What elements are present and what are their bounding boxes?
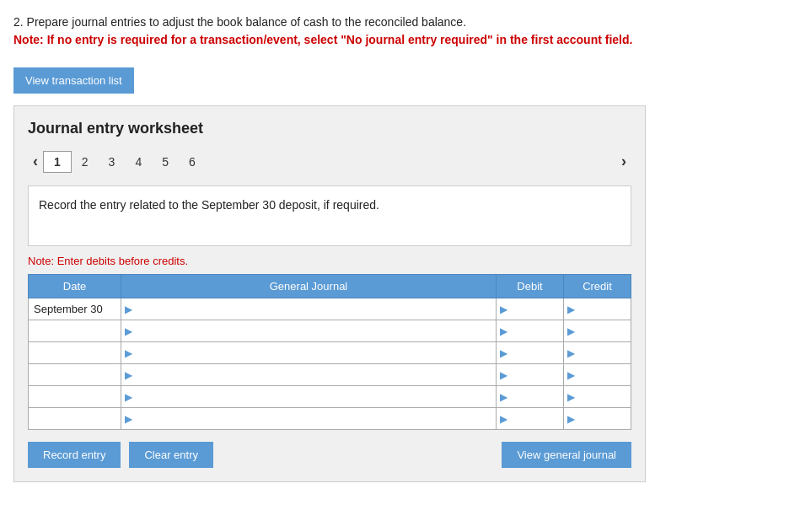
debit-arrow-icon-2: ▶	[500, 347, 507, 359]
gj-cell-0[interactable]: ▶	[121, 298, 497, 320]
col-header-credit: Credit	[564, 275, 631, 298]
gj-arrow-icon-5: ▶	[125, 413, 132, 425]
gj-cell-3[interactable]: ▶	[121, 364, 497, 386]
tab-3[interactable]: 3	[99, 152, 126, 172]
col-header-date: Date	[29, 275, 121, 298]
gj-arrow-icon-3: ▶	[125, 369, 132, 381]
gj-arrow-icon-0: ▶	[125, 304, 132, 315]
clear-entry-button[interactable]: Clear entry	[129, 442, 213, 468]
problem-note: Note: If no entry is required for a tran…	[13, 33, 632, 46]
buttons-row: Record entry Clear entry View general jo…	[28, 442, 631, 468]
worksheet-title: Journal entry worksheet	[28, 120, 631, 137]
table-row: ▶▶▶	[29, 408, 631, 430]
date-cell-0[interactable]: September 30	[29, 298, 121, 320]
date-cell-4[interactable]	[29, 386, 121, 408]
credit-arrow-icon-4: ▶	[567, 391, 575, 403]
tabs-row: ‹ 1 2 3 4 5 6 ›	[28, 149, 631, 174]
record-entry-button[interactable]: Record entry	[28, 442, 121, 468]
table-row: ▶▶▶	[29, 320, 631, 342]
date-cell-3[interactable]	[29, 364, 121, 386]
credit-arrow-icon-5: ▶	[567, 413, 575, 425]
problem-number: 2.	[13, 15, 24, 29]
credit-arrow-icon-2: ▶	[567, 347, 575, 359]
gj-cell-4[interactable]: ▶	[121, 386, 497, 408]
date-cell-2[interactable]	[29, 342, 121, 364]
debit-cell-3[interactable]: ▶	[497, 364, 564, 386]
debit-arrow-icon-1: ▶	[500, 325, 507, 337]
debit-cell-1[interactable]: ▶	[497, 320, 564, 342]
journal-entry-worksheet: Journal entry worksheet ‹ 1 2 3 4 5 6 › …	[13, 105, 646, 482]
gj-cell-2[interactable]: ▶	[121, 342, 497, 364]
credit-arrow-icon-0: ▶	[567, 304, 575, 315]
col-header-debit: Debit	[497, 275, 564, 298]
credit-arrow-icon-3: ▶	[567, 369, 575, 381]
tab-1[interactable]: 1	[43, 151, 72, 173]
view-transaction-button[interactable]: View transaction list	[13, 67, 134, 94]
credit-cell-0[interactable]: ▶	[564, 298, 631, 320]
note-debits: Note: Enter debits before credits.	[28, 255, 631, 267]
table-row: ▶▶▶	[29, 364, 631, 386]
table-row: September 30▶▶▶	[29, 298, 631, 320]
credit-cell-3[interactable]: ▶	[564, 364, 631, 386]
tab-prev-arrow[interactable]: ‹	[28, 149, 43, 174]
tab-5[interactable]: 5	[152, 152, 179, 172]
credit-cell-5[interactable]: ▶	[564, 408, 631, 430]
debit-arrow-icon-3: ▶	[500, 369, 507, 381]
debit-arrow-icon-0: ▶	[500, 304, 507, 315]
problem-text: Prepare journal entries to adjust the bo…	[27, 15, 466, 29]
tab-4[interactable]: 4	[125, 152, 152, 172]
problem-statement: 2. Prepare journal entries to adjust the…	[13, 13, 787, 49]
tab-next-arrow[interactable]: ›	[616, 149, 631, 174]
debit-cell-0[interactable]: ▶	[497, 298, 564, 320]
gj-arrow-icon-2: ▶	[125, 347, 132, 359]
date-cell-1[interactable]	[29, 320, 121, 342]
debit-arrow-icon-5: ▶	[500, 413, 507, 425]
credit-cell-2[interactable]: ▶	[564, 342, 631, 364]
date-cell-5[interactable]	[29, 408, 121, 430]
entry-description: Record the entry related to the Septembe…	[28, 185, 631, 246]
debit-cell-2[interactable]: ▶	[497, 342, 564, 364]
debit-cell-5[interactable]: ▶	[497, 408, 564, 430]
tab-6[interactable]: 6	[179, 152, 206, 172]
debit-arrow-icon-4: ▶	[500, 391, 507, 403]
debit-cell-4[interactable]: ▶	[497, 386, 564, 408]
table-row: ▶▶▶	[29, 342, 631, 364]
gj-arrow-icon-4: ▶	[125, 391, 132, 403]
credit-cell-1[interactable]: ▶	[564, 320, 631, 342]
tab-2[interactable]: 2	[72, 152, 99, 172]
gj-cell-5[interactable]: ▶	[121, 408, 497, 430]
gj-cell-1[interactable]: ▶	[121, 320, 497, 342]
credit-arrow-icon-1: ▶	[567, 325, 575, 337]
col-header-gj: General Journal	[121, 275, 497, 298]
journal-table: Date General Journal Debit Credit Septem…	[28, 274, 631, 430]
credit-cell-4[interactable]: ▶	[564, 386, 631, 408]
table-row: ▶▶▶	[29, 386, 631, 408]
gj-arrow-icon-1: ▶	[125, 325, 132, 337]
view-general-journal-button[interactable]: View general journal	[502, 442, 631, 468]
